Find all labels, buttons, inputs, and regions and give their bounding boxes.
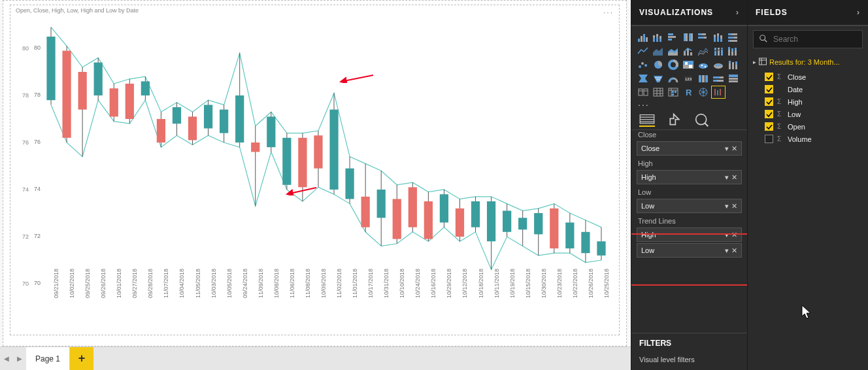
field-wells: Close Close ▾✕ High High ▾✕ Low Low ▾✕ T… [631, 130, 747, 333]
svg-rect-109 [731, 33, 737, 35]
field-row[interactable]: ΣOpen [752, 120, 864, 133]
viz-type-icon[interactable] [637, 45, 650, 57]
viz-type-icon[interactable]: 123 [682, 73, 695, 84]
svg-rect-90 [659, 36, 661, 39]
viz-type-icon[interactable] [697, 31, 710, 43]
visualizations-header[interactable]: VISUALIZATIONS › [631, 0, 747, 26]
table-node[interactable]: ▸ Results for: 3 Month... [752, 56, 864, 71]
remove-icon[interactable]: ✕ [731, 202, 737, 210]
field-row[interactable]: ΣHigh [752, 95, 864, 108]
well-label-close-clipped: Close [638, 131, 742, 139]
viz-type-icon[interactable] [697, 45, 710, 57]
viz-type-icon[interactable] [667, 45, 680, 57]
viz-type-icon[interactable] [682, 31, 695, 43]
x-axis-tick-label: 09/28/2018 [147, 269, 154, 298]
field-row[interactable]: ΣVolume [752, 133, 864, 145]
chevron-down-icon[interactable]: ▾ [725, 231, 729, 239]
fields-search[interactable] [753, 30, 863, 48]
viz-type-icon[interactable] [712, 59, 725, 71]
viz-type-icon[interactable] [637, 59, 650, 71]
well-low[interactable]: Low ▾✕ [637, 199, 742, 213]
filters-header[interactable]: FILTERS [631, 333, 747, 353]
x-axis-tick-label: 10/30/2018 [541, 269, 547, 298]
viz-type-icon[interactable] [667, 86, 680, 98]
chevron-right-icon[interactable]: › [857, 8, 860, 17]
viz-type-icon[interactable] [637, 31, 650, 43]
well-close[interactable]: Close ▾✕ [637, 141, 742, 156]
collapse-icon[interactable]: ▸ [753, 59, 756, 65]
fields-mode-tab[interactable] [639, 114, 655, 127]
viz-type-icon[interactable] [652, 86, 665, 98]
viz-type-icon[interactable] [667, 73, 680, 84]
chevron-right-icon[interactable]: › [736, 8, 739, 17]
well-trend-low[interactable]: Low ▾✕ [637, 243, 742, 258]
viz-type-icon[interactable] [652, 45, 665, 57]
viz-type-icon[interactable] [637, 86, 650, 98]
viz-type-icon[interactable] [727, 31, 740, 43]
format-mode-tab[interactable] [667, 114, 682, 127]
field-checkbox[interactable] [765, 135, 773, 143]
more-options-icon[interactable]: ··· [603, 8, 614, 17]
chevron-down-icon[interactable]: ▾ [725, 173, 729, 182]
page-tab-1[interactable]: Page 1 [26, 347, 70, 371]
candlestick-visual[interactable]: Open, Close, High, Low, High and Low by … [10, 5, 620, 335]
report-page[interactable]: Open, Close, High, Low, High and Low by … [3, 0, 627, 346]
svg-rect-34 [251, 143, 259, 152]
remove-icon[interactable]: ✕ [731, 246, 737, 255]
x-axis-tick-label: 10/22/2018 [572, 269, 578, 298]
analytics-mode-tab[interactable] [694, 114, 710, 127]
viz-type-icon[interactable] [667, 31, 680, 43]
svg-rect-115 [687, 49, 689, 56]
viz-type-icon[interactable] [652, 59, 665, 71]
viz-type-icon[interactable] [727, 73, 740, 84]
viz-type-icon[interactable] [652, 73, 665, 84]
viz-type-icon[interactable] [712, 86, 725, 98]
field-checkbox[interactable] [765, 85, 773, 93]
x-axis-tick-label: 11/01/2018 [352, 269, 358, 298]
viz-type-icon[interactable] [712, 45, 725, 57]
viz-type-icon[interactable] [637, 73, 650, 84]
viz-type-icon[interactable] [652, 31, 665, 43]
viz-type-icon[interactable]: R [682, 86, 695, 98]
add-page-button[interactable]: + [70, 347, 93, 371]
svg-rect-58 [440, 194, 448, 222]
fields-header[interactable]: FIELDS › [748, 0, 868, 26]
chevron-down-icon[interactable]: ▾ [725, 202, 729, 210]
remove-icon[interactable]: ✕ [731, 231, 737, 239]
x-axis-tick-label: 10/25/2018 [603, 269, 610, 298]
viz-type-icon[interactable] [697, 59, 710, 71]
viz-type-icon[interactable] [682, 45, 695, 57]
svg-point-127 [641, 62, 644, 65]
tab-next-button[interactable]: ▶ [13, 347, 26, 371]
x-axis-tick-label: 09/27/2018 [131, 269, 138, 298]
report-canvas[interactable]: Open, Close, High, Low, High and Low by … [0, 0, 631, 370]
viz-type-icon[interactable] [727, 59, 740, 71]
field-checkbox[interactable] [765, 97, 773, 106]
chevron-down-icon[interactable]: ▾ [725, 246, 729, 255]
viz-type-icon[interactable] [712, 73, 725, 84]
field-row[interactable]: ΣLow [752, 108, 864, 120]
search-input[interactable] [773, 35, 857, 44]
x-axis-tick-label: 11/09/2018 [258, 269, 264, 298]
viz-type-icon[interactable] [712, 31, 725, 43]
visual-level-filters-label[interactable]: Visual level filters [631, 353, 747, 370]
viz-type-icon[interactable] [667, 59, 680, 71]
field-checkbox[interactable] [765, 110, 773, 118]
field-checkbox[interactable] [765, 122, 773, 131]
field-checkbox[interactable] [765, 73, 773, 81]
viz-type-icon[interactable] [697, 73, 710, 84]
chevron-down-icon[interactable]: ▾ [725, 144, 729, 153]
well-trend-high[interactable]: High ▾✕ [637, 227, 742, 242]
field-row[interactable]: ΣClose [752, 71, 864, 83]
svg-rect-98 [698, 33, 702, 35]
svg-rect-70 [534, 213, 542, 234]
field-row[interactable]: Date [752, 83, 864, 95]
viz-type-icon[interactable] [682, 59, 695, 71]
tab-prev-button[interactable]: ◀ [0, 347, 13, 371]
viz-type-icon[interactable] [727, 45, 740, 57]
remove-icon[interactable]: ✕ [731, 173, 737, 182]
gallery-more-icon[interactable]: ··· [631, 99, 747, 109]
remove-icon[interactable]: ✕ [731, 144, 737, 153]
viz-type-icon[interactable] [697, 86, 710, 98]
well-high[interactable]: High ▾✕ [637, 170, 742, 184]
